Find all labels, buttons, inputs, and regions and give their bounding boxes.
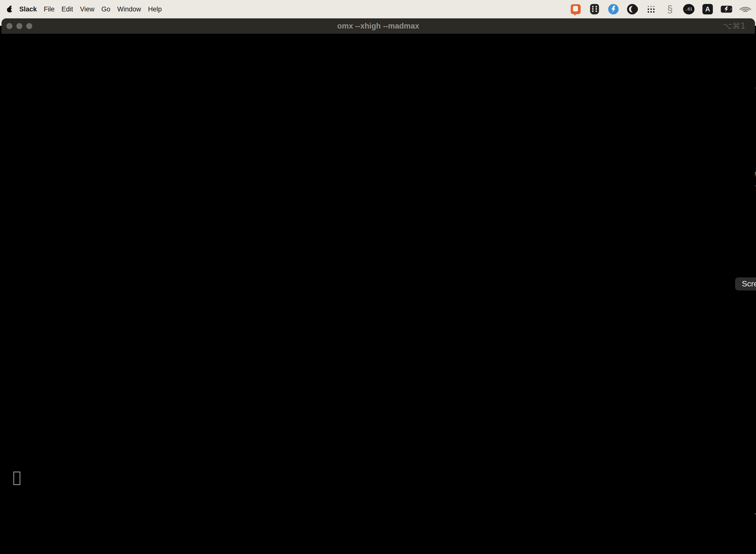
keyboard-layout-icon[interactable]: A	[702, 3, 713, 15]
terminal-window: omx --xhigh --madmax ⌥⌘1	[1, 18, 755, 554]
screen-tooltip: Scre	[735, 277, 756, 290]
menu-file[interactable]: File	[44, 5, 55, 13]
menu-bar-left: Slack File Edit View Go Window Help	[0, 5, 162, 13]
wifi-icon[interactable]	[740, 3, 751, 15]
battery-icon[interactable]	[721, 3, 732, 15]
status-icons: § ..61 A	[570, 3, 756, 15]
window-titlebar[interactable]: omx --xhigh --madmax ⌥⌘1	[1, 18, 755, 34]
menu-app-name[interactable]: Slack	[19, 5, 37, 13]
window-shortcut-badge: ⌥⌘1	[723, 18, 746, 34]
hook-app-icon[interactable]: §	[664, 3, 676, 15]
apple-menu-icon[interactable]	[7, 6, 12, 12]
bolt-app-icon[interactable]	[608, 3, 619, 15]
menu-go[interactable]: Go	[102, 5, 110, 13]
slack-notification-icon[interactable]	[570, 3, 581, 15]
terminal-cursor	[13, 472, 20, 485]
screen: Slack File Edit View Go Window Help § ..…	[0, 0, 756, 554]
count-badge-icon[interactable]: ..61	[683, 3, 694, 15]
privacy-shield-icon[interactable]	[589, 3, 600, 15]
count-badge-label: ..61	[683, 4, 694, 14]
menu-help[interactable]: Help	[148, 5, 162, 13]
window-title: omx --xhigh --madmax	[1, 18, 755, 34]
keyboard-layout-label: A	[702, 4, 713, 14]
menu-window[interactable]: Window	[117, 5, 141, 13]
menu-view[interactable]: View	[80, 5, 94, 13]
menu-bar: Slack File Edit View Go Window Help § ..…	[0, 0, 756, 18]
dots-grid-icon[interactable]	[645, 3, 657, 15]
menu-edit[interactable]: Edit	[62, 5, 73, 13]
screen-recorder-icon[interactable]	[627, 3, 638, 15]
